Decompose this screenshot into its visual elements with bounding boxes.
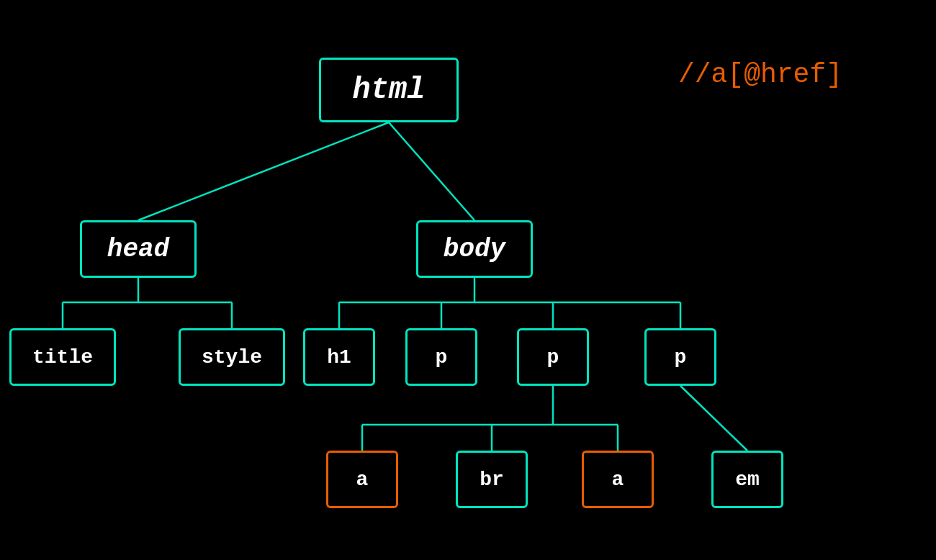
node-em: em	[711, 451, 783, 508]
node-a2: a	[582, 451, 654, 508]
node-a1: a	[326, 451, 398, 508]
node-style: style	[179, 328, 285, 386]
xpath-annotation: //a[@href]	[678, 59, 842, 90]
node-h1: h1	[303, 328, 375, 386]
node-title: title	[9, 328, 116, 386]
svg-line-17	[680, 386, 747, 451]
diagram-canvas: html head body title style h1 p p p a br…	[0, 0, 936, 560]
node-p1: p	[405, 328, 477, 386]
node-body: body	[416, 220, 533, 278]
node-br: br	[456, 451, 528, 508]
node-html: html	[319, 58, 459, 122]
node-p2: p	[517, 328, 589, 386]
node-head: head	[80, 220, 197, 278]
node-p3: p	[644, 328, 716, 386]
svg-line-0	[138, 122, 389, 220]
svg-line-1	[389, 122, 474, 220]
